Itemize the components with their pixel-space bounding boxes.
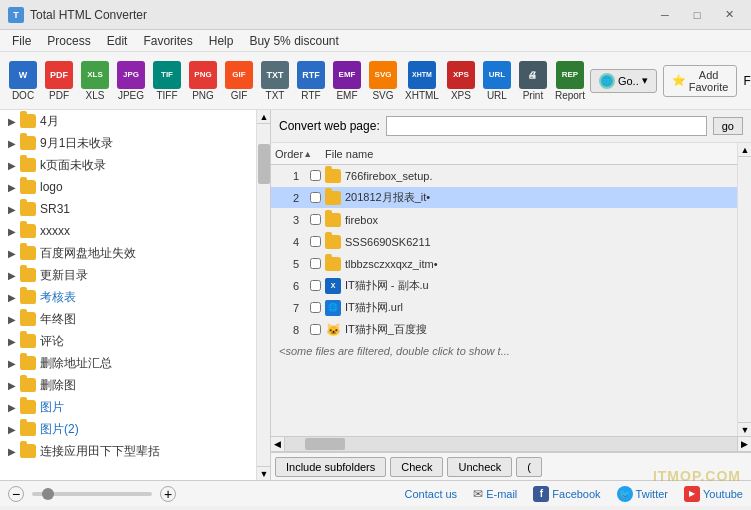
twitter-link[interactable]: Twitter bbox=[636, 488, 668, 500]
file-row[interactable]: 5 tlbbzsczxxqxz_itm• bbox=[271, 253, 737, 275]
email-link[interactable]: E-mail bbox=[486, 488, 517, 500]
zoom-slider[interactable] bbox=[32, 492, 152, 496]
rtf-icon: RTF bbox=[297, 61, 325, 89]
folder-item-3[interactable]: ▶ logo bbox=[0, 176, 256, 198]
col-filename-header[interactable]: File name bbox=[325, 148, 733, 160]
more-button[interactable]: ( bbox=[516, 457, 542, 477]
folder-item-11[interactable]: ▶ 删除地址汇总 bbox=[0, 352, 256, 374]
scroll-down-btn[interactable]: ▼ bbox=[257, 466, 271, 480]
folder-item-7[interactable]: ▶ 更新目录 bbox=[0, 264, 256, 286]
h-scroll-thumb[interactable] bbox=[305, 438, 345, 450]
horizontal-scrollbar[interactable]: ◀ ▶ bbox=[271, 436, 751, 452]
convert-web-input[interactable] bbox=[386, 116, 707, 136]
row-checkbox[interactable] bbox=[305, 280, 325, 291]
row-checkbox[interactable] bbox=[305, 258, 325, 269]
folder-item-6[interactable]: ▶ 百度网盘地址失效 bbox=[0, 242, 256, 264]
right-scrollbar[interactable]: ▲ ▼ bbox=[737, 143, 751, 436]
file-row[interactable]: 8 🐱 IT猫扑网_百度搜 bbox=[271, 319, 737, 341]
tool-rtf[interactable]: RTF RTF bbox=[294, 56, 328, 106]
go-small-button[interactable]: go bbox=[713, 117, 743, 135]
folder-label: 删除图 bbox=[40, 377, 76, 394]
menu-process[interactable]: Process bbox=[39, 32, 98, 50]
tool-doc[interactable]: W DOC bbox=[6, 56, 40, 106]
folder-icon bbox=[20, 444, 36, 458]
row-checkbox[interactable] bbox=[305, 324, 325, 335]
tool-gif[interactable]: GIF GIF bbox=[222, 56, 256, 106]
file-name: 201812月报表_it• bbox=[345, 190, 733, 205]
scroll-up-btn[interactable]: ▲ bbox=[257, 110, 271, 124]
tool-txt[interactable]: TXT TXT bbox=[258, 56, 292, 106]
uncheck-button[interactable]: Uncheck bbox=[447, 457, 512, 477]
folder-item-14[interactable]: ▶ 图片(2) bbox=[0, 418, 256, 440]
tool-url[interactable]: URL URL bbox=[480, 56, 514, 106]
emf-label: EMF bbox=[336, 90, 357, 101]
folder-item-8[interactable]: ▶ 考核表 bbox=[0, 286, 256, 308]
left-scrollbar[interactable]: ▲ ▼ bbox=[256, 110, 270, 480]
go-button[interactable]: 🌐 Go.. ▾ bbox=[590, 69, 657, 93]
row-checkbox[interactable] bbox=[305, 214, 325, 225]
file-row[interactable]: 1 766firebox_setup. bbox=[271, 165, 737, 187]
tool-emf[interactable]: EMF EMF bbox=[330, 56, 364, 106]
tool-pdf[interactable]: PDF PDF bbox=[42, 56, 76, 106]
folder-item-10[interactable]: ▶ 评论 bbox=[0, 330, 256, 352]
folder-item-1[interactable]: ▶ 9月1日未收录 bbox=[0, 132, 256, 154]
add-favorite-button[interactable]: ⭐ Add Favorite bbox=[663, 65, 738, 97]
minimize-button[interactable]: ─ bbox=[651, 6, 679, 24]
tool-report[interactable]: REP Report bbox=[552, 56, 588, 106]
expand-arrow: ▶ bbox=[4, 311, 20, 327]
menu-discount[interactable]: Buy 5% discount bbox=[241, 32, 346, 50]
row-num: 3 bbox=[275, 214, 305, 226]
folder-item-2[interactable]: ▶ k页面未收录 bbox=[0, 154, 256, 176]
zoom-minus-button[interactable]: − bbox=[8, 486, 24, 502]
include-subfolders-button[interactable]: Include subfolders bbox=[275, 457, 386, 477]
tool-xls[interactable]: XLS XLS bbox=[78, 56, 112, 106]
tool-svg[interactable]: SVG SVG bbox=[366, 56, 400, 106]
file-row[interactable]: 4 SSS6690SK6211 bbox=[271, 231, 737, 253]
folder-item-13[interactable]: ▶ 图片 bbox=[0, 396, 256, 418]
tool-png[interactable]: PNG PNG bbox=[186, 56, 220, 106]
folder-icon bbox=[20, 114, 36, 128]
h-scroll-right-btn[interactable]: ▶ bbox=[737, 437, 751, 451]
expand-arrow: ▶ bbox=[4, 443, 20, 459]
file-row-selected[interactable]: 2 201812月报表_it• bbox=[271, 187, 737, 209]
folder-item-15[interactable]: ▶ 连接应用田下下型辈括 bbox=[0, 440, 256, 462]
h-scroll-left-btn[interactable]: ◀ bbox=[271, 437, 285, 451]
folder-item-0[interactable]: ▶ 4月 bbox=[0, 110, 256, 132]
tool-tiff[interactable]: TIF TIFF bbox=[150, 56, 184, 106]
menu-help[interactable]: Help bbox=[201, 32, 242, 50]
menu-favorites[interactable]: Favorites bbox=[135, 32, 200, 50]
h-scroll-track[interactable] bbox=[285, 437, 737, 451]
toolbar-right: 🌐 Go.. ▾ ⭐ Add Favorite Filter: All sup … bbox=[590, 65, 751, 97]
folder-item-9[interactable]: ▶ 年终图 bbox=[0, 308, 256, 330]
col-order-header[interactable]: Order ▲ bbox=[275, 148, 305, 160]
check-button[interactable]: Check bbox=[390, 457, 443, 477]
contact-us-link[interactable]: Contact us bbox=[405, 488, 458, 500]
scroll-down[interactable]: ▼ bbox=[738, 422, 751, 436]
menu-file[interactable]: File bbox=[4, 32, 39, 50]
close-button[interactable]: ✕ bbox=[715, 6, 743, 24]
file-row[interactable]: 7 🌐 IT猫扑网.url bbox=[271, 297, 737, 319]
row-checkbox[interactable] bbox=[305, 170, 325, 181]
file-row[interactable]: 3 firebox bbox=[271, 209, 737, 231]
row-checkbox[interactable] bbox=[305, 236, 325, 247]
row-checkbox[interactable] bbox=[305, 192, 325, 203]
file-row[interactable]: 6 X IT猫扑网 - 副本.u bbox=[271, 275, 737, 297]
tool-xps[interactable]: XPS XPS bbox=[444, 56, 478, 106]
folder-item-4[interactable]: ▶ SR31 bbox=[0, 198, 256, 220]
folder-icon bbox=[325, 257, 341, 271]
tool-print[interactable]: 🖨 Print bbox=[516, 56, 550, 106]
row-checkbox[interactable] bbox=[305, 302, 325, 313]
tool-jpeg[interactable]: JPG JPEG bbox=[114, 56, 148, 106]
menu-edit[interactable]: Edit bbox=[99, 32, 136, 50]
tool-xhtml[interactable]: XHTM XHTML bbox=[402, 56, 442, 106]
expand-arrow: ▶ bbox=[4, 223, 20, 239]
folder-item-12[interactable]: ▶ 删除图 bbox=[0, 374, 256, 396]
youtube-link[interactable]: Youtube bbox=[703, 488, 743, 500]
zoom-thumb[interactable] bbox=[42, 488, 54, 500]
folder-item-5[interactable]: ▶ xxxxx bbox=[0, 220, 256, 242]
scroll-up[interactable]: ▲ bbox=[738, 143, 751, 157]
folder-icon bbox=[20, 400, 36, 414]
facebook-link[interactable]: Facebook bbox=[552, 488, 600, 500]
zoom-plus-button[interactable]: + bbox=[160, 486, 176, 502]
maximize-button[interactable]: □ bbox=[683, 6, 711, 24]
